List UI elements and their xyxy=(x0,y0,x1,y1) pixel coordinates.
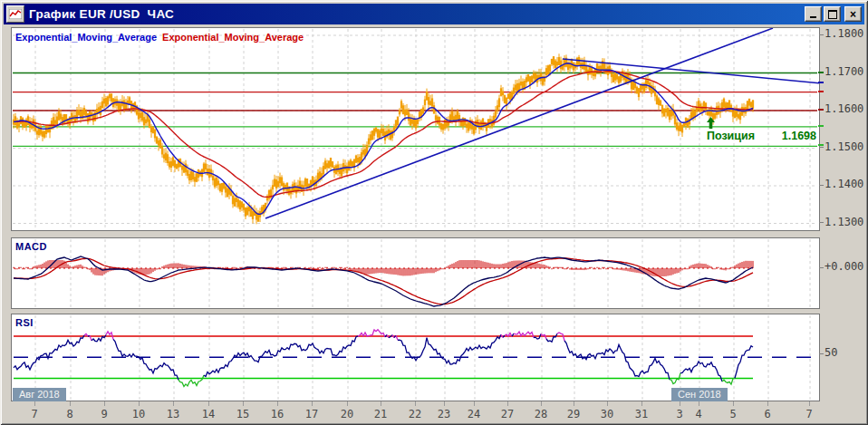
title-bar[interactable]: График EUR /USD ЧАС × xyxy=(4,4,864,24)
date-axis-tick xyxy=(680,401,680,406)
date-axis-tick xyxy=(243,401,244,406)
ema-slow-legend[interactable]: Exponential_Moving_Average xyxy=(162,32,304,43)
date-axis-label: 31 xyxy=(635,408,648,420)
ema-fast-legend[interactable]: Exponential_Moving_Average xyxy=(15,32,157,43)
date-axis-tick xyxy=(767,401,768,406)
rsi-axis-tick xyxy=(819,353,824,354)
date-axis-label: 3 xyxy=(676,408,682,420)
price-axis-label: 1.1700 xyxy=(825,65,866,78)
chart-window: График EUR /USD ЧАС × Exponential_Moving… xyxy=(0,0,868,425)
date-axis-label: 30 xyxy=(601,408,613,420)
date-axis-tick xyxy=(733,401,734,406)
date-axis-label: 23 xyxy=(438,408,450,420)
date-axis-label: 21 xyxy=(374,408,387,420)
price-axis-label: 1.1400 xyxy=(825,178,866,190)
maximize-button[interactable] xyxy=(824,6,841,22)
price-axis-label: 1.1300 xyxy=(825,216,866,228)
date-axis-label: 7 xyxy=(31,408,37,420)
level-axis-marker xyxy=(818,72,824,73)
position-text: Позиция xyxy=(707,130,755,142)
date-axis-label: 10 xyxy=(132,408,145,420)
date-axis-tick xyxy=(173,401,174,406)
level-axis-marker xyxy=(818,144,824,146)
date-axis-tick xyxy=(312,401,313,406)
date-axis-tick xyxy=(104,401,105,406)
macd-label: MACD xyxy=(15,241,47,252)
close-button[interactable]: × xyxy=(844,6,862,22)
date-axis-tick xyxy=(809,401,810,406)
level-axis-marker xyxy=(818,91,824,92)
price-axis-tick xyxy=(819,222,824,223)
date-axis-label: 22 xyxy=(409,408,421,420)
macd-canvas[interactable] xyxy=(12,238,819,308)
date-axis-tick xyxy=(444,401,445,406)
date-axis-label: 15 xyxy=(236,408,249,420)
date-axis-tick xyxy=(641,401,642,406)
date-axis-tick xyxy=(607,401,608,406)
month-label: Авг 2018 xyxy=(13,388,66,401)
date-axis-label: 8 xyxy=(66,408,72,420)
trendline-axis-marker xyxy=(818,82,824,83)
date-axis-tick xyxy=(208,401,209,406)
date-axis-label: 7 xyxy=(805,408,812,420)
macd-panel[interactable]: MACD xyxy=(11,237,820,309)
rsi-label: RSI xyxy=(15,317,34,328)
date-axis-tick xyxy=(70,401,71,406)
date-axis-tick xyxy=(541,401,542,406)
price-axis-tick xyxy=(819,34,824,35)
chart-app-icon xyxy=(6,5,24,23)
date-axis-label: 4 xyxy=(695,408,701,420)
date-axis-tick xyxy=(574,401,574,406)
macd-axis-tick xyxy=(819,267,824,268)
indicator-legend: Exponential_Moving_Average Exponential_M… xyxy=(15,32,304,43)
macd-axis-label: +0.000 xyxy=(825,260,866,273)
date-axis-label: 13 xyxy=(167,408,179,420)
date-axis-tick xyxy=(381,401,381,406)
date-axis-label: 14 xyxy=(202,408,215,420)
price-axis-tick xyxy=(819,185,824,186)
month-label: Сен 2018 xyxy=(671,388,728,401)
minimize-button[interactable] xyxy=(805,6,822,22)
price-chart-panel[interactable]: Exponential_Moving_Average Exponential_M… xyxy=(11,27,820,231)
date-axis-label: 27 xyxy=(501,408,514,420)
date-axis-tick xyxy=(415,401,416,406)
price-axis-label: 1.1600 xyxy=(825,102,866,115)
date-axis-label: 5 xyxy=(729,408,736,420)
level-axis-marker xyxy=(818,125,824,127)
date-axis-label: 17 xyxy=(305,408,318,420)
position-marker[interactable]: Позиция 1.1698 xyxy=(707,117,816,155)
minimize-icon xyxy=(810,16,816,18)
date-axis-tick xyxy=(139,401,140,406)
window-title: График EUR /USD ЧАС xyxy=(29,7,174,21)
date-axis-tick xyxy=(277,401,278,406)
date-axis-label: 6 xyxy=(764,408,770,420)
date-axis-label: 9 xyxy=(101,408,107,420)
price-axis-label: 1.1500 xyxy=(825,140,866,153)
date-axis-label: 28 xyxy=(535,408,547,420)
date-axis-tick xyxy=(34,401,35,406)
price-axis-tick xyxy=(819,147,824,148)
date-axis-tick xyxy=(507,401,508,406)
date-axis-label: 24 xyxy=(468,408,480,420)
maximize-icon xyxy=(828,10,837,19)
date-axis-tick xyxy=(474,401,475,406)
date-axis-label: 16 xyxy=(271,408,284,420)
date-axis-tick xyxy=(699,401,699,406)
arrow-up-icon xyxy=(756,117,781,155)
level-axis-marker xyxy=(818,109,824,111)
position-value: 1.1698 xyxy=(782,130,816,142)
date-axis-label: 20 xyxy=(341,408,353,420)
rsi-axis-label: 50 xyxy=(825,346,866,359)
price-axis-label: 1.1800 xyxy=(825,27,866,40)
date-axis-label: 29 xyxy=(567,408,580,420)
date-axis-tick xyxy=(347,401,348,406)
price-chart-canvas[interactable] xyxy=(12,28,819,230)
